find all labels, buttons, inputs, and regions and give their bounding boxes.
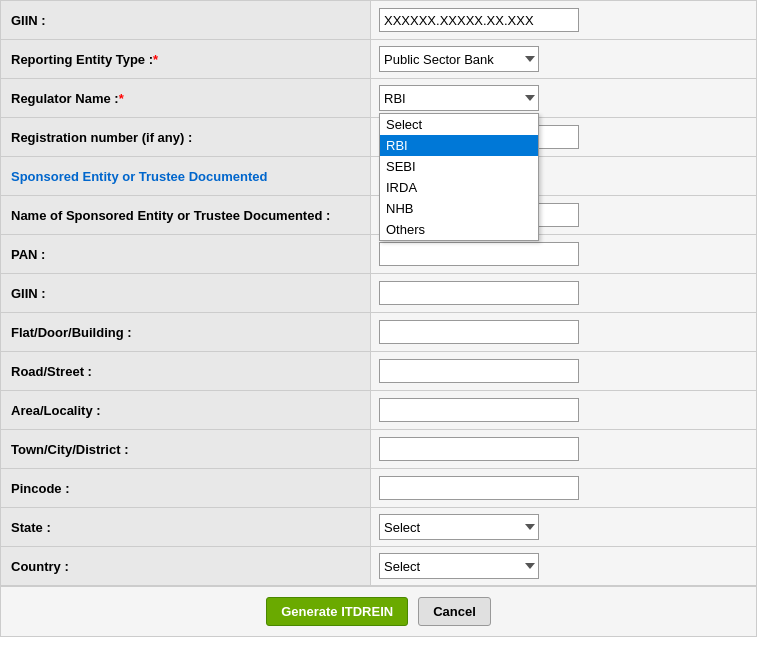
dropdown-option-select[interactable]: Select xyxy=(380,114,538,135)
reporting-entity-select[interactable]: Public Sector Bank Private Sector Bank F… xyxy=(379,46,539,72)
regulator-select-wrapper: Select RBI SEBI IRDA NHB Others xyxy=(379,85,539,111)
giin-top-input-cell xyxy=(371,1,756,39)
pincode-input[interactable] xyxy=(379,476,579,500)
country-select[interactable]: Select India USA UK Others xyxy=(379,553,539,579)
town-input[interactable] xyxy=(379,437,579,461)
name-sponsored-label: Name of Sponsored Entity or Trustee Docu… xyxy=(1,196,371,234)
flat-input[interactable] xyxy=(379,320,579,344)
reporting-entity-row: Reporting Entity Type :* Public Sector B… xyxy=(1,40,756,79)
flat-input-cell xyxy=(371,313,756,351)
dropdown-option-sebi[interactable]: SEBI xyxy=(380,156,538,177)
giin-input[interactable] xyxy=(379,281,579,305)
regulator-label: Regulator Name :* xyxy=(1,79,371,117)
state-row: State : Select Andhra Pradesh Maharashtr… xyxy=(1,508,756,547)
country-input-cell: Select India USA UK Others xyxy=(371,547,756,585)
pan-input[interactable] xyxy=(379,242,579,266)
pan-label: PAN : xyxy=(1,235,371,273)
area-label: Area/Locality : xyxy=(1,391,371,429)
generate-button[interactable]: Generate ITDREIN xyxy=(266,597,408,626)
form-container: GIIN : Reporting Entity Type :* Public S… xyxy=(0,0,757,637)
giin-row: GIIN : xyxy=(1,274,756,313)
sponsored-label: Sponsored Entity or Trustee Documented xyxy=(1,157,371,195)
town-row: Town/City/District : xyxy=(1,430,756,469)
giin-input-cell xyxy=(371,274,756,312)
regulator-dropdown-container: Select RBI SEBI IRDA NHB Others Select R… xyxy=(379,85,539,111)
pincode-label: Pincode : xyxy=(1,469,371,507)
dropdown-option-nhb[interactable]: NHB xyxy=(380,198,538,219)
area-input[interactable] xyxy=(379,398,579,422)
regulator-row: Regulator Name :* Select RBI SEBI IRDA N… xyxy=(1,79,756,118)
pincode-row: Pincode : xyxy=(1,469,756,508)
pincode-input-cell xyxy=(371,469,756,507)
state-select[interactable]: Select Andhra Pradesh Maharashtra Karnat… xyxy=(379,514,539,540)
country-select-wrapper: Select India USA UK Others xyxy=(379,553,539,579)
registration-label: Registration number (if any) : xyxy=(1,118,371,156)
dropdown-option-others[interactable]: Others xyxy=(380,219,538,240)
road-row: Road/Street : xyxy=(1,352,756,391)
regulator-select[interactable]: Select RBI SEBI IRDA NHB Others xyxy=(379,85,539,111)
giin-top-label: GIIN : xyxy=(1,1,371,39)
flat-label: Flat/Door/Building : xyxy=(1,313,371,351)
regulator-required-star: * xyxy=(119,91,124,106)
town-input-cell xyxy=(371,430,756,468)
country-row: Country : Select India USA UK Others xyxy=(1,547,756,586)
road-label: Road/Street : xyxy=(1,352,371,390)
area-row: Area/Locality : xyxy=(1,391,756,430)
state-input-cell: Select Andhra Pradesh Maharashtra Karnat… xyxy=(371,508,756,546)
state-select-wrapper: Select Andhra Pradesh Maharashtra Karnat… xyxy=(379,514,539,540)
button-row: Generate ITDREIN Cancel xyxy=(1,586,756,636)
giin-label: GIIN : xyxy=(1,274,371,312)
dropdown-option-irda[interactable]: IRDA xyxy=(380,177,538,198)
area-input-cell xyxy=(371,391,756,429)
country-label: Country : xyxy=(1,547,371,585)
flat-row: Flat/Door/Building : xyxy=(1,313,756,352)
regulator-dropdown-list: Select RBI SEBI IRDA NHB Others xyxy=(379,113,539,241)
reporting-entity-select-wrapper: Public Sector Bank Private Sector Bank F… xyxy=(379,46,539,72)
reporting-entity-input-cell: Public Sector Bank Private Sector Bank F… xyxy=(371,40,756,78)
cancel-button[interactable]: Cancel xyxy=(418,597,491,626)
giin-top-row: GIIN : xyxy=(1,1,756,40)
state-label: State : xyxy=(1,508,371,546)
town-label: Town/City/District : xyxy=(1,430,371,468)
reporting-entity-label: Reporting Entity Type :* xyxy=(1,40,371,78)
dropdown-option-rbi[interactable]: RBI xyxy=(380,135,538,156)
required-star: * xyxy=(153,52,158,67)
giin-top-input[interactable] xyxy=(379,8,579,32)
regulator-input-cell: Select RBI SEBI IRDA NHB Others Select R… xyxy=(371,79,756,117)
road-input[interactable] xyxy=(379,359,579,383)
road-input-cell xyxy=(371,352,756,390)
